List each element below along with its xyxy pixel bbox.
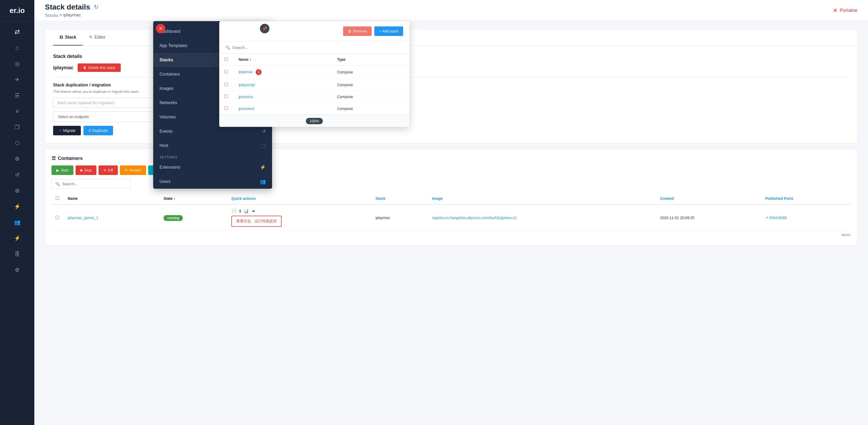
sort-icon: ↕ [174,196,176,201]
row-select-checkbox[interactable] [56,216,59,219]
row-image: registry.cn-hangzhou.aliyuncs.com/lau52y… [428,205,656,231]
kill-button[interactable]: ✕ Kill [98,165,118,175]
stacks-th-type: Type [332,54,409,65]
pin-dropdown-button[interactable]: 📌 [260,24,270,33]
menu-label-host: Host [159,143,168,148]
menu-label-networks: Networks [159,100,177,105]
info-icon[interactable]: ℹ [239,209,241,214]
refresh-icon[interactable]: ↻ [94,4,98,10]
events-icon: ↺ [262,128,266,134]
status-badge: running [163,215,183,221]
breadcrumb-stacks[interactable]: Stacks [45,13,58,18]
stacks-table-row: jpresstest Compose [219,103,409,115]
sidebar-icon-lines[interactable]: ≡ [0,103,34,119]
table-icon: ⊟ [59,35,63,40]
th-name: Name [63,193,159,205]
row-published-ports: ↗ 6064:8080 [761,205,851,231]
stack-name-input[interactable] [53,98,159,108]
sidebar-icon-users[interactable]: 👥 [0,214,34,230]
sidebar-icon-db[interactable]: 🗄 [0,246,34,262]
stacks-row-check-3[interactable] [224,95,228,98]
table-header-row: Name State ↕ Quick actions Stack Image C… [52,193,851,205]
image-link[interactable]: registry.cn-hangzhou.aliyuncs.com/lau52y… [432,216,517,220]
stacks-row-check-2[interactable] [224,83,228,86]
menu-item-host[interactable]: Host ⬚ [153,139,272,153]
kill-icon: ✕ [103,168,106,172]
stats-icon[interactable]: 📊 [244,209,249,214]
row-name: iplaymac_jpress_1 [63,205,159,231]
stack-name-link-4[interactable]: jpresstest [239,107,254,111]
menu-label-containers: Containers [159,72,180,77]
stacks-row-name-1: iplaymac 1 [233,65,332,79]
sidebar-icon-rocket[interactable]: ✈ [0,72,34,88]
menu-item-extensions[interactable]: Extensions ⚡ [153,160,272,175]
duplicate-button[interactable]: ⎘ Duplicate [84,126,113,135]
endpoint-select[interactable]: Select an endpoint [53,112,159,122]
sidebar-icon-cog[interactable]: ⚙ [0,262,34,278]
stacks-row-type-1: Compose [332,65,409,79]
annotation-text: 查看日志、运行性能监控 [236,219,277,223]
stacks-footer: 100% [219,115,409,127]
containers-table: Name State ↕ Quick actions Stack Image C… [52,193,851,231]
sidebar-icon-transfer[interactable]: ⇄ [0,24,34,40]
stop-button[interactable]: ■ Stop [75,165,96,175]
th-published-ports: Published Ports [761,193,851,205]
error-icon: ✕ [833,7,838,14]
menu-item-users[interactable]: Users 👥 [153,175,272,189]
sidebar-icon-network[interactable]: ⬡ [0,135,34,151]
stacks-row-check-1[interactable] [224,70,228,73]
topbar: Stack details ↻ Stacks > iplaymac ✕ Port… [34,0,868,21]
stack-name-link-3[interactable]: jpressicu [239,95,253,99]
tab-stack[interactable]: ⊟ Stack [53,29,83,45]
stacks-row-check-4[interactable] [224,107,228,110]
sidebar-icon-circle[interactable]: ◎ [0,56,34,72]
stack-name-link-1[interactable]: iplaymac [239,70,253,74]
select-all-checkbox[interactable] [56,196,59,200]
terminal-icon[interactable]: ➜ [251,209,255,214]
close-dropdown-button[interactable]: ✕ [156,24,165,33]
stacks-search-icon: 🔍 [225,45,230,50]
stop-icon: ■ [80,168,83,172]
sidebar-icon-copy[interactable]: ❐ [0,119,34,135]
container-name-link[interactable]: iplaymac_jpress_1 [68,216,98,220]
sidebar-icon-home[interactable]: ⌂ [0,40,34,56]
stacks-list-panel[interactable]: 🗑 Remove + Add stack 🔍 [219,21,409,127]
search-icon: 🔍 [56,182,60,186]
row-created: 2020-11-01 20:09:25 [656,205,761,231]
stack-name-label: iplaymac [53,65,73,70]
delete-stack-button[interactable]: 🗑 Delete this stack [78,63,121,72]
sidebar-icon-list[interactable]: ☰ [0,88,34,103]
trash-icon-sm: 🗑 [348,29,351,33]
add-stack-button[interactable]: + Add stack [374,26,403,36]
stacks-select-all[interactable] [224,57,228,61]
stacks-row-checkbox [219,91,233,103]
tab-editor[interactable]: ✎ Editor [83,29,112,45]
stacks-table-row: jpressicu Compose [219,91,409,103]
start-button[interactable]: ▶ Start [52,165,73,175]
pencil-icon: ✎ [89,35,92,40]
sidebar-icon-grid[interactable]: ⊞ [0,183,34,199]
menu-label-events: Events [159,129,173,134]
th-image: Image [428,193,656,205]
zoom-badge: 100% [306,118,323,124]
stack-name-link-2[interactable]: iplayscript [239,83,255,87]
migrate-button[interactable]: → Migrate [53,126,81,135]
container-search-input[interactable] [62,182,127,186]
sidebar-icon-history[interactable]: ↺ [0,167,34,183]
th-quick-actions: Quick actions [227,193,371,205]
sidebar-icon-plug[interactable]: ⚡ [0,230,34,246]
stacks-search-input[interactable] [232,45,403,50]
sidebar-icon-bolt[interactable]: ⚡ [0,199,34,214]
stacks-remove-button[interactable]: 🗑 Remove [343,26,372,36]
menu-label-images: Images [159,86,173,91]
stacks-table-row: iplayscript Compose [219,79,409,91]
row-quick-actions: 📄 ℹ 📊 ➜ 查看日志、运行性能监控 [227,205,371,231]
port-link[interactable]: ↗ 6064:8080 [765,216,787,220]
logs-icon[interactable]: 📄 [231,209,237,214]
topbar-left: Stack details ↻ Stacks > iplaymac [45,3,98,18]
stacks-row-name-4: jpresstest [233,103,332,115]
stacks-row-checkbox [219,79,233,91]
row-checkbox [52,205,63,231]
restart-button[interactable]: ↻ Restart [120,165,146,175]
sidebar-icon-gear[interactable]: ⚙ [0,151,34,167]
